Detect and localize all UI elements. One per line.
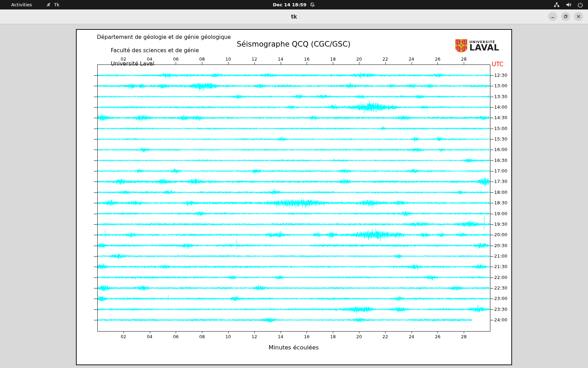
trace-time-label: 18:00 [494,190,507,195]
trace-time-label: 19:00 [494,211,507,217]
x-tick-label-top: 24 [409,56,414,62]
x-tick-label-bottom: 12 [252,334,257,339]
x-tick-label-top: 08 [199,56,205,62]
trace-time-label: 13:00 [494,83,507,89]
x-tick-label-top: 04 [147,56,153,62]
x-tick-label-bottom: 20 [356,334,362,339]
laval-shield-icon [455,39,468,54]
network-wired-icon [554,2,560,8]
utc-axis-label: UTC [492,61,504,68]
x-tick-label-top: 22 [383,56,388,62]
x-tick-label-top: 02 [121,56,126,62]
trace-time-label: 14:00 [494,104,507,110]
gnome-top-bar: Activities Tk Dec 14 18:59 [0,0,588,9]
x-tick-label-top: 06 [173,56,178,62]
x-tick-label-top: 12 [252,56,257,62]
x-tick-label-bottom: 08 [199,334,205,339]
trace-time-label: 15:00 [494,126,507,131]
trace-time-label: 15:30 [494,136,507,142]
clock-button[interactable]: Dec 14 18:59 [0,0,588,9]
power-icon [578,2,583,8]
trace-time-label: 22:00 [494,275,507,280]
clock-label: Dec 14 18:59 [273,2,307,7]
window-title: tk [0,9,588,24]
maximize-button[interactable] [561,12,570,21]
trace-time-label: 18:30 [494,200,507,206]
seismograph-canvas-panel: Département de géologie et de génie géol… [76,29,512,365]
trace-time-label: 13:30 [494,94,507,100]
trace-time-label: 17:30 [494,179,507,184]
notifications-disabled-icon [310,2,315,7]
x-tick-label-top: 16 [304,56,309,62]
x-tick-label-top: 26 [435,56,440,62]
trace-time-label: 16:00 [494,147,507,152]
x-tick-label-bottom: 04 [147,334,153,339]
trace-time-label: 14:30 [494,115,507,121]
universite-laval-logo: UNIVERSITÉ LAVAL [455,39,499,54]
plot-title: Séismographe QCQ (CGC/GSC) [237,40,350,48]
trace-time-label: 20:00 [494,232,507,238]
tk-window-content: Département de géologie et de génie géol… [0,24,588,368]
x-tick-label-bottom: 10 [225,334,231,339]
minimize-button[interactable] [548,12,557,21]
institution-line-1: Département de géologie et de génie géol… [97,34,231,40]
x-tick-label-bottom: 14 [278,334,284,339]
volume-icon [566,2,572,8]
institution-text: Département de géologie et de génie géol… [97,34,231,67]
x-tick-label-top: 28 [461,56,467,62]
close-button[interactable] [574,12,583,21]
x-tick-label-top: 20 [356,56,362,62]
x-tick-label-top: 14 [278,56,284,62]
x-tick-label-bottom: 06 [173,334,178,339]
trace-time-label: 21:30 [494,264,507,270]
trace-time-label: 21:00 [494,253,507,259]
x-tick-label-bottom: 18 [330,334,336,339]
trace-time-label: 16:30 [494,158,507,163]
trace-time-label: 20:30 [494,243,507,248]
trace-time-label: 12:30 [494,73,507,78]
x-tick-label-bottom: 24 [409,334,414,339]
x-axis-title: Minutes écoulées [268,344,318,351]
plot-labels-layer: Département de géologie et de génie géol… [77,30,511,364]
logo-large-text: LAVAL [469,44,499,52]
trace-time-label: 23:00 [494,296,507,301]
x-tick-label-bottom: 22 [383,334,388,339]
trace-time-label: 23:30 [494,307,507,312]
system-status-area[interactable] [554,0,583,9]
window-titlebar[interactable]: tk [0,9,588,24]
x-tick-label-top: 10 [225,56,231,62]
trace-time-label: 24:00 [494,317,507,323]
x-tick-label-bottom: 28 [461,334,467,339]
institution-line-2: Faculté des sciences et de génie [111,47,199,54]
trace-time-label: 22:30 [494,285,507,291]
x-tick-label-bottom: 26 [435,334,440,339]
x-tick-label-bottom: 02 [121,334,126,339]
trace-time-label: 17:00 [494,168,507,174]
x-tick-label-top: 18 [330,56,336,62]
x-tick-label-bottom: 16 [304,334,309,339]
trace-time-label: 19:30 [494,222,507,227]
